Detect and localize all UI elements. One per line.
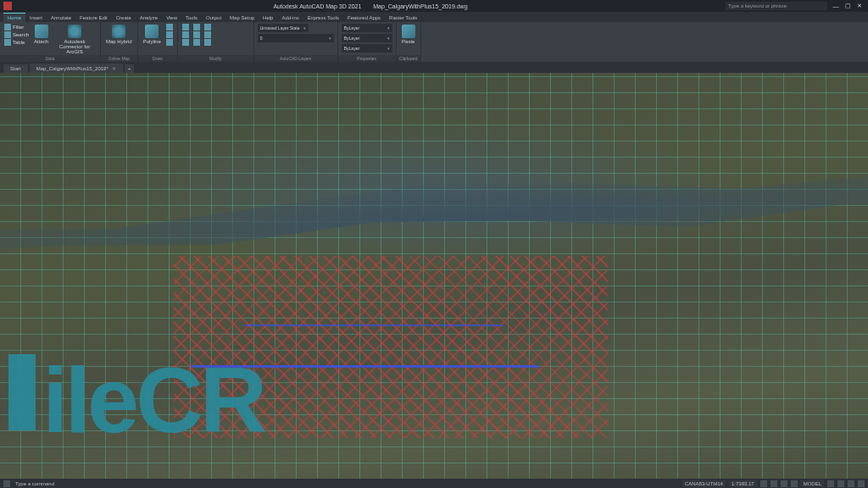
model-button[interactable]: MODEL: [801, 480, 824, 487]
gear-icon[interactable]: [837, 480, 844, 487]
drawing-viewport[interactable]: ileCR: [0, 73, 868, 479]
coordinate-system[interactable]: CANA83-UTM14: [682, 480, 726, 487]
move-icon: [182, 24, 189, 30]
map-icon: [112, 25, 125, 38]
ortho-icon[interactable]: [781, 480, 787, 487]
app-icon: [3, 2, 12, 10]
filter-button[interactable]: Filter: [3, 24, 30, 30]
ribbon-tab-output[interactable]: Output: [202, 14, 225, 22]
document-tab-current[interactable]: Map_CalgaryWithPlus15_2019*✕: [30, 64, 123, 73]
rotate-icon: [193, 24, 200, 30]
panel-label: Properties: [338, 55, 396, 62]
attach-button[interactable]: Attach: [32, 24, 50, 45]
layer-state-dropdown[interactable]: Unsaved Layer State: [258, 24, 309, 32]
document-tabs: Start Map_CalgaryWithPlus15_2019*✕ +: [0, 62, 868, 73]
scale-display[interactable]: 1:7383.17: [729, 480, 757, 487]
close-icon[interactable]: ✕: [112, 65, 116, 71]
new-tab-button[interactable]: +: [125, 64, 135, 73]
ribbon-tab-addins[interactable]: Add-ins: [277, 14, 303, 22]
layer-dropdown[interactable]: 0: [258, 34, 334, 42]
color-dropdown[interactable]: ByLayer: [342, 24, 392, 32]
paste-button[interactable]: Paste: [400, 24, 417, 45]
array-icon: [204, 39, 211, 46]
globe-icon: [68, 25, 81, 38]
app-name: Autodesk AutoCAD Map 3D 2021: [273, 3, 361, 9]
ribbon-tab-analyze[interactable]: Analyze: [136, 14, 162, 22]
ribbon-tab-raster-tools[interactable]: Raster Tools: [385, 14, 421, 22]
ribbon-tab-map-setup[interactable]: Map Setup: [225, 14, 259, 22]
grid-icon[interactable]: [771, 480, 777, 487]
mirror-icon: [193, 31, 200, 38]
modify-tool-button[interactable]: [203, 31, 212, 38]
panel-label: Online Map: [101, 55, 137, 62]
status-bar: Type a command CANA83-UTM14 1:7383.17 MO…: [0, 479, 868, 488]
snap-icon[interactable]: [760, 480, 767, 487]
draw-tool-button[interactable]: [165, 39, 174, 46]
model-space-icon[interactable]: [3, 480, 10, 487]
modify-tool-button[interactable]: [192, 39, 201, 46]
ribbon-panel-draw: Polyline Draw: [138, 22, 178, 62]
ribbon-tab-view[interactable]: View: [162, 14, 181, 22]
ribbon-panel-online-map: Map Hybrid Online Map: [101, 22, 138, 62]
ribbon-tab-create[interactable]: Create: [112, 14, 136, 22]
panel-label: Draw: [138, 55, 177, 62]
draw-tool-button[interactable]: [165, 24, 174, 30]
paste-icon: [402, 25, 415, 38]
command-hint: Type a command: [15, 481, 54, 486]
arc-icon: [166, 39, 173, 46]
table-icon: [4, 39, 11, 46]
line-icon: [166, 24, 173, 30]
document-tab-start[interactable]: Start: [3, 64, 28, 73]
search-icon: [4, 31, 11, 38]
ribbon-tabs: Home Insert Annotate Feature Edit Create…: [0, 12, 868, 22]
minimize-button[interactable]: —: [831, 2, 841, 10]
panel-label: Clipboard: [397, 55, 420, 62]
arcgis-connector-button[interactable]: Autodesk Connector for ArcGIS: [53, 24, 97, 55]
building-overlays: [174, 256, 608, 439]
maximize-button[interactable]: ▢: [843, 2, 853, 10]
ribbon-tab-express-tools[interactable]: Express Tools: [303, 14, 343, 22]
modify-tool-button[interactable]: [203, 39, 212, 46]
ribbon-panel-clipboard: Paste Clipboard: [397, 22, 421, 62]
ribbon-tab-annotate[interactable]: Annotate: [47, 14, 75, 22]
polyline-button[interactable]: Polyline: [142, 24, 163, 45]
stretch-icon: [182, 39, 189, 46]
attach-icon: [35, 25, 48, 38]
ribbon-panel-modify: Modify: [178, 22, 254, 62]
modify-tool-button[interactable]: [203, 24, 212, 30]
scale-icon: [193, 39, 200, 46]
modify-tool-button[interactable]: [181, 24, 190, 30]
circle-icon: [166, 31, 173, 38]
modify-tool-button[interactable]: [192, 31, 201, 38]
modify-tool-button[interactable]: [192, 24, 201, 30]
table-button[interactable]: Table: [3, 39, 30, 46]
draw-tool-button[interactable]: [165, 31, 174, 38]
close-button[interactable]: ✕: [854, 2, 865, 10]
search-button[interactable]: Search: [3, 31, 30, 38]
title-center: Autodesk AutoCAD Map 3D 2021 Map_Calgary…: [15, 3, 726, 9]
clean-screen-icon[interactable]: [858, 480, 865, 487]
linetype-dropdown[interactable]: ByLayer: [342, 34, 392, 42]
ribbon-tab-insert[interactable]: Insert: [25, 14, 47, 22]
map-hybrid-button[interactable]: Map Hybrid: [104, 24, 134, 45]
ribbon-panel-data: Filter Search Table Attach Autodesk Conn…: [0, 22, 101, 62]
copy-icon: [182, 31, 189, 38]
settings-icon[interactable]: [827, 480, 834, 487]
panel-label: AutoCAD Layers: [254, 55, 337, 62]
ribbon-tab-home[interactable]: Home: [3, 13, 25, 22]
lineweight-dropdown[interactable]: ByLayer: [342, 44, 392, 53]
trim-icon: [204, 24, 211, 30]
ribbon-tab-help[interactable]: Help: [259, 14, 277, 22]
modify-tool-button[interactable]: [181, 39, 190, 46]
ribbon-panel-layers: Unsaved Layer State 0 AutoCAD Layers: [254, 22, 338, 62]
ribbon: Filter Search Table Attach Autodesk Conn…: [0, 22, 868, 62]
help-search-input[interactable]: Type a keyword or phrase: [726, 2, 827, 10]
panel-label: Data: [0, 55, 100, 62]
ribbon-tab-tools[interactable]: Tools: [181, 14, 202, 22]
modify-tool-button[interactable]: [181, 31, 190, 38]
ribbon-tab-featured-apps[interactable]: Featured Apps: [343, 14, 385, 22]
polar-icon[interactable]: [791, 480, 798, 487]
document-name: Map_CalgaryWithPlus15_2019.dwg: [373, 3, 467, 9]
isolate-icon[interactable]: [848, 480, 854, 487]
ribbon-tab-feature-edit[interactable]: Feature Edit: [75, 14, 112, 22]
